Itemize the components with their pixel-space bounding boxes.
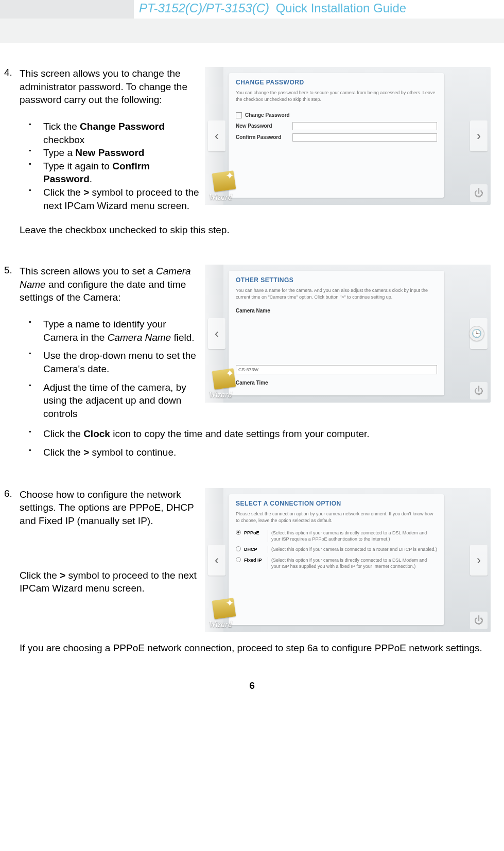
chevron-right-icon: › xyxy=(477,128,481,144)
wizard-label: Wizard xyxy=(209,619,232,630)
option-fixedip[interactable]: Fixed IP (Select this option if your cam… xyxy=(236,557,437,569)
page-number: 6 xyxy=(4,680,500,691)
connection-option-panel: SELECT A CONNECTION OPTION Please select… xyxy=(205,488,491,632)
wizard-badge: ✦ Wizard xyxy=(207,370,244,401)
step-4-bullet-2: Type a New Password xyxy=(29,146,200,160)
dhcp-desc: (Select this option if your camera is co… xyxy=(268,546,437,552)
chevron-right-icon: › xyxy=(477,552,481,568)
prev-button[interactable]: ‹ xyxy=(208,545,225,576)
step-4-number: 4. xyxy=(4,67,20,212)
guide-title: Quick Installation Guide xyxy=(276,0,406,16)
step-5-bullet-1: Type a name to identify your Camera in t… xyxy=(29,318,200,344)
wizard-badge: ✦ Wizard xyxy=(207,172,244,203)
confirm-password-input[interactable] xyxy=(292,133,437,142)
step-6-after: If you are choosing a PPPoE network conn… xyxy=(20,641,500,655)
wizard-badge: ✦ Wizard xyxy=(207,599,244,630)
radio-fixedip[interactable] xyxy=(236,557,241,562)
chevron-left-icon: ‹ xyxy=(215,128,219,144)
model-name: PT-3152(C)/PT-3153(C) xyxy=(139,0,269,16)
new-password-label: New Password xyxy=(236,123,292,130)
step-5-bullet-4: Click the Clock icon to copy the time an… xyxy=(29,427,500,441)
step-6-intro: Choose how to configure the network sett… xyxy=(20,488,200,528)
step-4-bullet-3: Type it again to Confirm Password. xyxy=(29,160,200,186)
step-5-bullets-upper: Type a name to identify your Camera in t… xyxy=(29,318,200,420)
step-6-mid: Click the > symbol to proceed to the nex… xyxy=(20,569,200,595)
change-password-label: Change Password xyxy=(245,112,437,119)
power-button[interactable]: ⏻ xyxy=(470,382,488,400)
fixedip-desc: (Select this option if your camera is di… xyxy=(268,557,437,569)
step-4-bullet-1: Tick the Change Password checkbox xyxy=(29,120,200,146)
step-5-number: 5. xyxy=(4,265,20,464)
step-4-after: Leave the checkbox unchecked to skip thi… xyxy=(20,223,500,237)
step-6: 6. Choose how to configure the network s… xyxy=(4,488,500,632)
panel2-desc: You can have a name for the camera. And … xyxy=(236,287,437,300)
prev-button[interactable]: ‹ xyxy=(208,318,225,349)
step-5-bullet-5: Click the > symbol to continue. xyxy=(29,446,500,459)
chevron-left-icon: ‹ xyxy=(215,325,219,342)
chevron-left-icon: ‹ xyxy=(215,552,219,568)
step-5-bullet-2: Use the drop-down menu to set the Camera… xyxy=(29,349,200,375)
step-5-bullet-3: Adjust the time of the camera, by using … xyxy=(29,381,200,421)
header-left-block xyxy=(0,0,134,19)
power-button[interactable]: ⏻ xyxy=(470,612,488,629)
wizard-label: Wizard xyxy=(209,192,232,203)
panel3-title: SELECT A CONNECTION OPTION xyxy=(236,499,437,508)
next-button[interactable]: › xyxy=(470,120,488,151)
panel2-title: OTHER SETTINGS xyxy=(236,276,437,284)
next-button[interactable]: › xyxy=(470,545,488,576)
header-bar: PT-3152(C)/PT-3153(C) Quick Installation… xyxy=(0,0,504,19)
wizard-label: Wizard xyxy=(209,389,232,401)
header-title: PT-3152(C)/PT-3153(C) Quick Installation… xyxy=(134,0,504,19)
step-5: 5. This screen allows you to set a Camer… xyxy=(4,265,500,464)
clock-icon: 🕒 xyxy=(472,328,482,339)
camera-name-input[interactable]: CS-673W xyxy=(236,365,437,374)
panel1-desc: You can change the password here to secu… xyxy=(236,90,437,102)
step-5-intro: This screen allows you to set a Camera N… xyxy=(20,265,200,304)
step-4: 4. This screen allows you to change the … xyxy=(4,67,500,212)
prev-button[interactable]: ‹ xyxy=(208,120,225,151)
panel1-title: CHANGE PASSWORD xyxy=(236,78,437,86)
camera-name-label: Camera Name xyxy=(236,307,270,364)
step-5-bullets-lower: Click the Clock icon to copy the time an… xyxy=(29,427,500,459)
fixedip-label: Fixed IP xyxy=(244,557,268,569)
step-4-intro: This screen allows you to change the adm… xyxy=(20,67,200,107)
step-4-bullets: Tick the Change Password checkbox Type a… xyxy=(29,120,200,212)
other-settings-panel: OTHER SETTINGS You can have a name for t… xyxy=(205,265,491,403)
option-dhcp[interactable]: DHCP (Select this option if your camera … xyxy=(236,546,437,552)
option-pppoe[interactable]: PPPoE (Select this option if your camera… xyxy=(236,530,437,542)
change-password-checkbox[interactable] xyxy=(236,112,242,118)
header-sub-band xyxy=(0,19,504,43)
panel3-desc: Please select the connection option by y… xyxy=(236,511,437,524)
pppoe-label: PPPoE xyxy=(244,530,268,542)
step-6-number: 6. xyxy=(4,488,20,632)
power-icon: ⏻ xyxy=(474,385,483,397)
clock-button[interactable]: 🕒 xyxy=(469,326,484,341)
power-icon: ⏻ xyxy=(474,614,483,627)
pppoe-desc: (Select this option if your camera is di… xyxy=(268,530,437,542)
step-4-bullet-4: Click the > symbol to proceed to the nex… xyxy=(29,186,200,212)
radio-pppoe[interactable] xyxy=(236,530,241,535)
power-button[interactable]: ⏻ xyxy=(470,184,488,202)
change-password-panel: CHANGE PASSWORD You can change the passw… xyxy=(205,67,491,205)
power-icon: ⏻ xyxy=(474,187,483,199)
radio-dhcp[interactable] xyxy=(236,546,241,551)
confirm-password-label: Confirm Password xyxy=(236,134,292,141)
dhcp-label: DHCP xyxy=(244,546,268,552)
new-password-input[interactable] xyxy=(292,122,437,130)
